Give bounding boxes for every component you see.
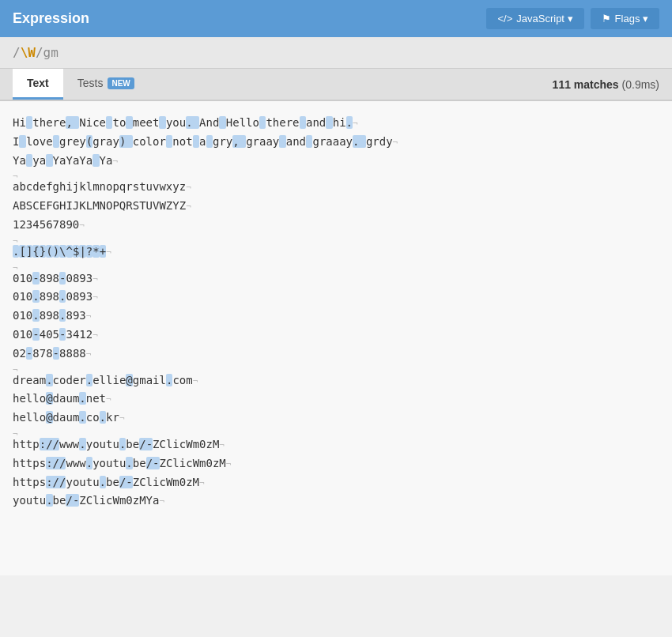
list-item: 010.898.0893¬ [13,288,659,307]
tab-bar: Text Tests NEW 111 matches (0.9ms) [0,69,672,101]
list-item: abcdefghijklmnopqrstuvwxyz¬ [13,178,659,197]
regex-pattern: \W [21,45,36,60]
list-item: http://www.youtu.be/-ZClicWm0zM¬ [13,435,659,454]
list-item: ¬ [13,262,659,270]
regex-flags: gm [43,45,59,60]
list-item: 010-405-3412¬ [13,326,659,345]
language-label: JavaScript ▾ [516,13,572,24]
match-number: 111 matches [553,78,619,91]
header: Expression </> JavaScript ▾ ⚑ Flags ▾ [0,0,672,37]
match-time: (0.9ms) [622,78,659,91]
list-item: 02-878-8888¬ [13,345,659,364]
regex-bar: /\W/gm [0,37,672,69]
header-buttons: </> JavaScript ▾ ⚑ Flags ▾ [486,8,659,29]
list-item: dream.coder.ellie@gmail.com¬ [13,371,659,390]
tabs: Text Tests NEW [13,69,149,100]
list-item: ABSCEFGHIJKLMNOPQRSTUVWZYZ¬ [13,197,659,216]
language-button[interactable]: </> JavaScript ▾ [486,8,583,29]
regex-close-slash: / [36,45,43,60]
list-item: ¬ [13,428,659,435]
list-item: https://youtu.be/-ZClicWm0zM¬ [13,473,659,492]
list-item: hello@daum.co.kr¬ [13,409,659,428]
list-item: ¬ [13,170,659,178]
code-icon: </> [497,13,512,24]
list-item: .[]{}()\^$|?*+¬ [13,243,659,262]
match-count: 111 matches (0.9ms) [553,78,659,91]
flags-label: Flags ▾ [615,13,648,24]
new-badge: NEW [108,77,134,89]
regex-open-slash: / [13,45,21,60]
tab-tests[interactable]: Tests NEW [63,69,149,100]
flag-icon: ⚑ [602,13,611,24]
list-item: Ya ya YaYaYa Ya¬ [13,152,659,171]
list-item: hello@daum.net¬ [13,390,659,409]
list-item: 010.898.893¬ [13,307,659,326]
list-item: Hi there, Nice to meet you. And Hello th… [13,114,659,133]
flags-button[interactable]: ⚑ Flags ▾ [591,8,659,29]
list-item: youtu.be/-ZClicWm0zMYa¬ [13,492,659,511]
list-item: ¬ [13,235,659,243]
list-item: ¬ [13,364,659,371]
tab-text[interactable]: Text [13,69,63,100]
app-title: Expression [13,10,89,27]
list-item: https://www.youtu.be/-ZClicWm0zM¬ [13,454,659,473]
text-content-area[interactable]: Hi there, Nice to meet you. And Hello th… [0,101,672,575]
list-item: I love grey(gray) color not a gry, graay… [13,133,659,152]
list-item: 1234567890¬ [13,216,659,235]
list-item: 010-898-0893¬ [13,270,659,288]
